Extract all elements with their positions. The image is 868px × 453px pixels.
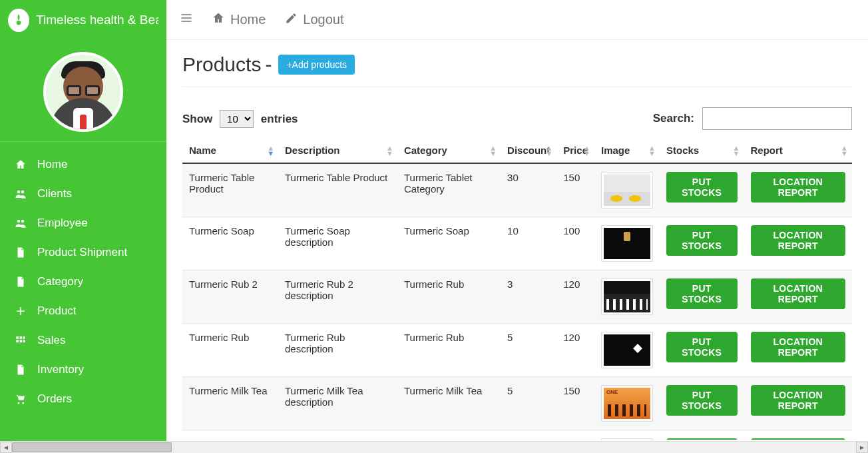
put-stocks-button[interactable]: PUT STOCKS bbox=[666, 172, 738, 203]
sidebar: Home Clients Employee Product Shipment C… bbox=[0, 0, 166, 453]
location-report-button[interactable]: LOCATION REPORT bbox=[751, 225, 846, 256]
search-control: Search: bbox=[653, 107, 852, 130]
scroll-left-arrow-icon[interactable]: ◄ bbox=[0, 442, 12, 453]
table-row: Turmeric JuiceTurmeric JuiceTurmeric Jui… bbox=[182, 430, 852, 440]
products-table: Name▲▼ Description▲▼ Category▲▼ Discount… bbox=[182, 138, 852, 440]
topbar-home-link[interactable]: Home bbox=[212, 11, 266, 28]
cell-image bbox=[594, 377, 660, 430]
location-report-button[interactable]: LOCATION REPORT bbox=[751, 438, 846, 440]
cell-category: Turmeric Milk Tea bbox=[397, 377, 501, 430]
cell-name: Turmeric Table Product bbox=[182, 163, 278, 217]
cell-report: LOCATION REPORT bbox=[744, 430, 853, 440]
page-title: Products bbox=[182, 53, 261, 76]
brand-logo[interactable] bbox=[8, 9, 29, 32]
col-image[interactable]: Image▲▼ bbox=[594, 138, 660, 163]
topbar: Home Logout bbox=[166, 0, 868, 40]
col-discount[interactable]: Discount▲▼ bbox=[501, 138, 556, 163]
sidebar-item-label: Category bbox=[37, 275, 83, 288]
cell-discount: 30 bbox=[501, 163, 556, 217]
avatar-container bbox=[0, 40, 166, 142]
sidebar-item-product[interactable]: Product bbox=[0, 296, 166, 326]
sidebar-item-label: Clients bbox=[37, 187, 72, 201]
cell-name: Turmeric Milk Tea bbox=[182, 377, 278, 430]
menu-toggle-icon[interactable] bbox=[180, 11, 193, 28]
location-report-button[interactable]: LOCATION REPORT bbox=[751, 172, 846, 203]
sidebar-item-clients[interactable]: Clients bbox=[0, 179, 166, 209]
cell-price: 120 bbox=[556, 270, 594, 324]
sidebar-nav: Home Clients Employee Product Shipment C… bbox=[0, 146, 166, 427]
sidebar-item-category[interactable]: Category bbox=[0, 267, 166, 296]
avatar[interactable] bbox=[43, 52, 123, 132]
product-thumbnail[interactable] bbox=[601, 332, 653, 368]
col-description[interactable]: Description▲▼ bbox=[278, 138, 397, 163]
table-row: Turmeric Milk TeaTurmeric Milk Tea descr… bbox=[182, 377, 852, 430]
table-row: Turmeric RubTurmeric Rub descriptionTurm… bbox=[182, 324, 852, 377]
cell-image bbox=[594, 163, 660, 217]
cell-report: LOCATION REPORT bbox=[744, 217, 853, 270]
topbar-logout-link[interactable]: Logout bbox=[284, 11, 343, 28]
sidebar-item-label: Home bbox=[37, 158, 67, 171]
cell-stocks: PUT STOCKS bbox=[660, 324, 744, 377]
cell-price: 100 bbox=[556, 217, 594, 270]
sidebar-item-sales[interactable]: Sales bbox=[0, 326, 166, 355]
cell-stocks: PUT STOCKS bbox=[660, 217, 744, 270]
put-stocks-button[interactable]: PUT STOCKS bbox=[666, 278, 738, 309]
cell-name: Turmeric Juice bbox=[182, 430, 278, 440]
location-report-button[interactable]: LOCATION REPORT bbox=[751, 385, 846, 416]
page-length-select[interactable]: 10 bbox=[220, 110, 254, 128]
users-icon bbox=[13, 217, 28, 229]
sidebar-item-employee[interactable]: Employee bbox=[0, 209, 166, 238]
cell-stocks: PUT STOCKS bbox=[660, 430, 744, 440]
main-content[interactable]: Products - +Add products Show 10 entries… bbox=[166, 40, 868, 440]
col-name[interactable]: Name▲▼ bbox=[182, 138, 278, 163]
brand-bar: Timeless health & Beau bbox=[0, 0, 166, 40]
product-thumbnail[interactable] bbox=[601, 225, 653, 262]
add-products-button[interactable]: +Add products bbox=[278, 55, 355, 75]
table-row: Turmeric Rub 2Turmeric Rub 2 description… bbox=[182, 270, 852, 324]
cell-name: Turmeric Rub bbox=[182, 324, 278, 377]
put-stocks-button[interactable]: PUT STOCKS bbox=[666, 332, 738, 362]
file-icon bbox=[13, 276, 28, 288]
cell-description: Turmeric Rub description bbox=[278, 324, 397, 377]
cell-image bbox=[594, 217, 660, 270]
search-input[interactable] bbox=[702, 107, 852, 130]
scroll-thumb[interactable] bbox=[12, 442, 172, 452]
sidebar-item-product-shipment[interactable]: Product Shipment bbox=[0, 238, 166, 267]
cell-image bbox=[594, 430, 660, 440]
cell-description: Turmeric Rub 2 description bbox=[278, 270, 397, 324]
cell-category: Turmeric Rub bbox=[397, 324, 501, 377]
sidebar-item-orders[interactable]: Orders bbox=[0, 384, 166, 414]
sidebar-item-home[interactable]: Home bbox=[0, 150, 166, 179]
product-thumbnail[interactable] bbox=[601, 172, 653, 209]
col-price[interactable]: Price▲▼ bbox=[556, 138, 594, 163]
col-stocks[interactable]: Stocks▲▼ bbox=[660, 138, 744, 163]
cell-discount: 20 bbox=[501, 430, 556, 440]
horizontal-scrollbar[interactable]: ◄ ► bbox=[0, 441, 868, 453]
sidebar-item-label: Inventory bbox=[37, 363, 84, 376]
scroll-right-arrow-icon[interactable]: ► bbox=[856, 442, 868, 453]
sidebar-scroll[interactable]: Home Clients Employee Product Shipment C… bbox=[0, 40, 166, 453]
put-stocks-button[interactable]: PUT STOCKS bbox=[666, 385, 738, 416]
page-header: Products - +Add products bbox=[182, 53, 852, 87]
edit-icon bbox=[284, 11, 298, 28]
cell-price: 120 bbox=[556, 324, 594, 377]
product-thumbnail[interactable] bbox=[601, 438, 653, 440]
brand-name: Timeless health & Beau bbox=[36, 13, 158, 27]
col-report[interactable]: Report▲▼ bbox=[744, 138, 853, 163]
product-thumbnail[interactable] bbox=[601, 278, 653, 315]
location-report-button[interactable]: LOCATION REPORT bbox=[751, 332, 846, 362]
sidebar-item-label: Employee bbox=[37, 217, 88, 230]
put-stocks-button[interactable]: PUT STOCKS bbox=[666, 225, 738, 256]
svg-point-1 bbox=[17, 21, 21, 25]
cell-discount: 5 bbox=[501, 324, 556, 377]
cell-report: LOCATION REPORT bbox=[744, 324, 853, 377]
home-icon bbox=[212, 11, 225, 28]
col-category[interactable]: Category▲▼ bbox=[397, 138, 501, 163]
put-stocks-button[interactable]: PUT STOCKS bbox=[666, 438, 738, 440]
location-report-button[interactable]: LOCATION REPORT bbox=[751, 278, 846, 309]
sidebar-item-inventory[interactable]: Inventory bbox=[0, 355, 166, 384]
sidebar-item-label: Orders bbox=[37, 392, 72, 406]
product-thumbnail[interactable] bbox=[601, 385, 653, 422]
plus-icon bbox=[13, 305, 28, 317]
show-label-pre: Show bbox=[182, 113, 212, 125]
